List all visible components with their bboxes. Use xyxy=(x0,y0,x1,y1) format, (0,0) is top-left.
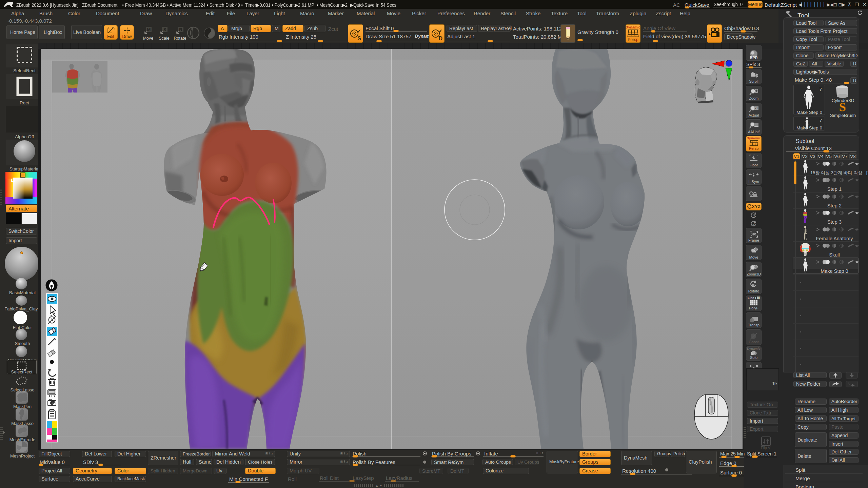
svg-text:R: R xyxy=(179,27,182,32)
svg-text:M: M xyxy=(147,27,151,32)
svg-text:Z: Z xyxy=(753,223,755,226)
svg-text:S: S xyxy=(839,101,846,114)
svg-text:x1: x1 xyxy=(755,107,758,110)
svg-text:Y: Y xyxy=(753,214,755,218)
svg-text:S: S xyxy=(163,27,166,32)
